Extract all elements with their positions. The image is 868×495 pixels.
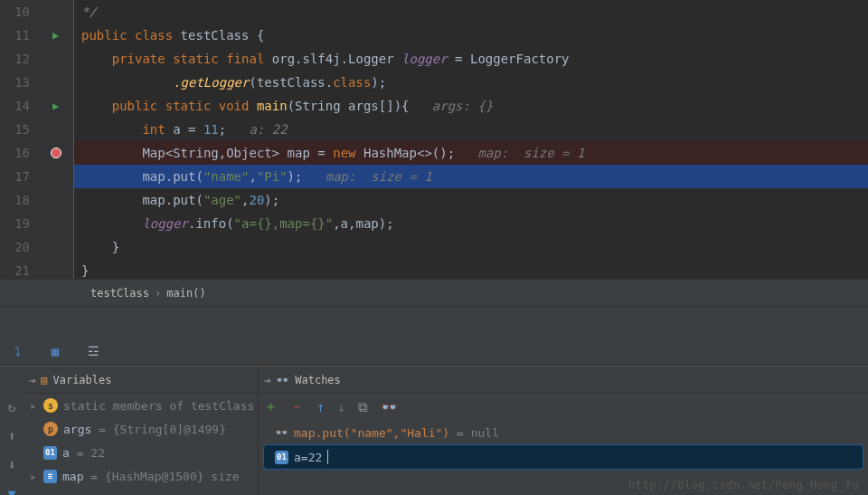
line-number: 14 [0, 94, 30, 118]
glasses-icon[interactable]: 👓 [381, 399, 398, 415]
variable-row[interactable]: ▸ s static members of testClass [24, 394, 258, 417]
breadcrumb-class[interactable]: testClass [90, 287, 149, 300]
watermark: http://blog.csdn.net/Peng_Hong_fu [628, 479, 859, 491]
move-down-icon[interactable]: ↓ [337, 399, 345, 415]
run-icon[interactable]: ▶ [52, 100, 59, 112]
arrow-up-icon[interactable]: ⬆ [7, 428, 15, 444]
watch-input[interactable]: 01 a=22 [264, 445, 863, 469]
int-badge-icon: 01 [43, 446, 57, 460]
code-editor[interactable]: 10 11 12 13 14 15 16 17 18 19 20 21 ▶ ▶ … [0, 0, 868, 279]
breakpoint-icon[interactable] [51, 148, 61, 158]
line-number: 21 [0, 259, 30, 282]
arrow-down-icon[interactable]: ⬇ [7, 457, 15, 473]
copy-icon[interactable]: ⧉ [358, 399, 368, 415]
line-number: 19 [0, 212, 30, 235]
glasses-icon: 👓 [275, 426, 288, 439]
line-number: 18 [0, 188, 30, 212]
chevron-right-icon: › [155, 287, 161, 300]
comment-close: */ [81, 5, 97, 19]
debug-sidebar: ↻ ⬆ ⬇ ▼ [0, 366, 24, 495]
remove-watch-icon[interactable]: － [290, 398, 304, 415]
code-area[interactable]: */ public class testClass { private stat… [74, 0, 868, 279]
breadcrumb-method[interactable]: main() [166, 287, 205, 300]
watches-panel: ⇥ 👓 Watches ＋ － ↑ ↓ ⧉ 👓 👓 map.put("name"… [259, 366, 868, 495]
variables-title: Variables [52, 374, 111, 386]
restore-layout-icon[interactable]: ⇥ [29, 374, 35, 386]
variables-panel: ⇥ ▤ Variables ▸ s static members of test… [24, 366, 259, 495]
restore-layout-icon[interactable]: ⇥ [264, 374, 270, 386]
text-cursor [327, 450, 328, 464]
breadcrumb: testClass › main() [0, 279, 868, 306]
glasses-icon: 👓 [276, 374, 289, 386]
static-badge-icon: s [43, 398, 58, 413]
line-number-gutter: 10 11 12 13 14 15 16 17 18 19 20 21 [0, 0, 38, 279]
debugger-panel: ↻ ⬆ ⬇ ▼ ⇥ ▤ Variables ▸ s static members… [0, 366, 868, 495]
gutter-icons: ▶ ▶ [38, 0, 74, 279]
variable-row[interactable]: ▸ p args = {String[0]@1499} [24, 417, 258, 441]
line-number: 10 [0, 0, 30, 24]
watches-toolbar: ＋ － ↑ ↓ ⧉ 👓 [259, 394, 868, 421]
line-number: 16 [0, 141, 30, 165]
line-number: 17 [0, 165, 30, 188]
filter-icon[interactable]: ▼ [7, 486, 15, 495]
param-badge-icon: p [43, 422, 58, 436]
move-up-icon[interactable]: ↑ [316, 399, 325, 415]
run-icon[interactable]: ▶ [52, 29, 59, 42]
obj-badge-icon: ≡ [43, 470, 57, 483]
variable-row[interactable]: ▸ 01 a = 22 [24, 441, 258, 464]
watches-title: Watches [295, 374, 341, 386]
step-into-icon[interactable]: ⤵ [9, 343, 25, 359]
variables-icon: ▤ [41, 374, 47, 386]
line-number: 12 [0, 47, 30, 71]
watch-row[interactable]: 👓 map.put("name","Hali") = null [259, 421, 868, 444]
line-number: 11 [0, 24, 30, 47]
list-icon[interactable]: ☲ [85, 343, 101, 359]
add-watch-icon[interactable]: ＋ [264, 398, 278, 415]
rerun-icon[interactable]: ↻ [7, 399, 15, 415]
expand-icon[interactable]: ▸ [29, 470, 38, 483]
int-badge-icon: 01 [275, 451, 288, 464]
line-number: 13 [0, 71, 30, 94]
table-icon[interactable]: ▦ [47, 343, 63, 359]
line-number: 15 [0, 118, 30, 141]
variable-row[interactable]: ▸ ≡ map = {HashMap@1500} size [24, 464, 258, 488]
expand-icon[interactable]: ▸ [29, 399, 38, 413]
line-number: 20 [0, 235, 30, 259]
debug-toolstrip: ⤵ ▦ ☲ [0, 306, 868, 366]
